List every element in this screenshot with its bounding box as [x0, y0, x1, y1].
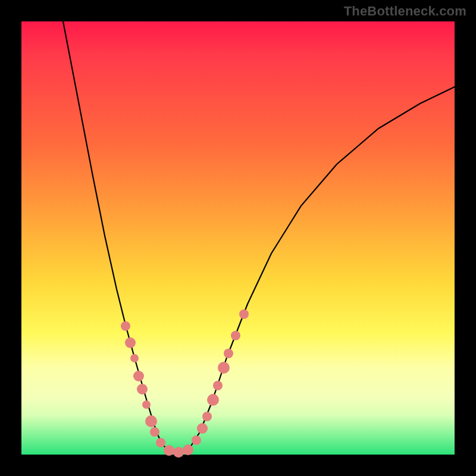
bead-left-6 — [145, 415, 157, 427]
bead-left-0 — [121, 321, 130, 331]
bead-floor-0 — [164, 445, 174, 456]
bead-right-6 — [224, 349, 233, 358]
bead-right-4 — [213, 381, 223, 390]
bead-group — [121, 309, 249, 458]
bead-left-2 — [130, 354, 139, 362]
watermark-text: TheBottleneck.com — [344, 4, 466, 19]
chart-frame: TheBottleneck.com — [0, 0, 476, 476]
curve-left-branch — [63, 21, 167, 449]
bead-left-3 — [133, 371, 144, 381]
bead-right-8 — [239, 309, 249, 319]
plot-area — [21, 21, 455, 455]
bead-right-3 — [207, 394, 219, 406]
bead-left-5 — [142, 400, 151, 409]
bead-floor-1 — [173, 447, 184, 458]
bead-left-7 — [150, 427, 159, 437]
bead-floor-2 — [183, 444, 193, 455]
bead-right-2 — [202, 412, 212, 421]
bead-left-1 — [125, 337, 136, 348]
bead-right-5 — [218, 362, 230, 374]
curve-right-branch — [189, 87, 455, 449]
bead-left-8 — [156, 438, 165, 447]
bead-right-7 — [231, 331, 240, 340]
bead-left-4 — [137, 384, 148, 394]
bead-right-1 — [197, 423, 208, 434]
bead-right-0 — [192, 436, 201, 445]
chart-overlay — [21, 21, 455, 455]
